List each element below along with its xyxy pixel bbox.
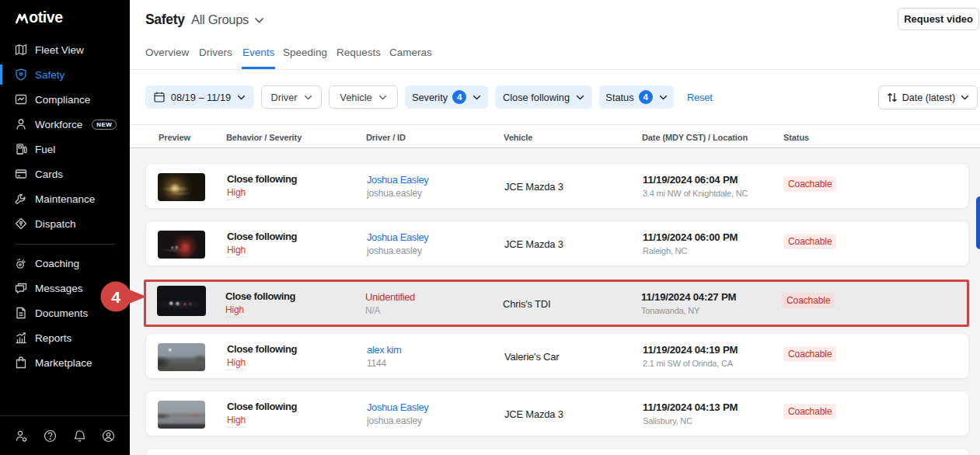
svg-text:4: 4: [111, 288, 120, 306]
svg-text:otive: otive: [29, 10, 63, 26]
